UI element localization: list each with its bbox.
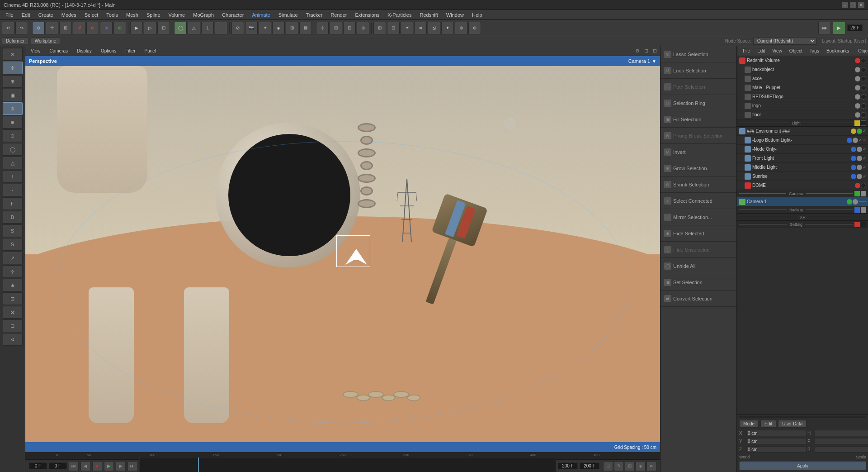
obj-row-dome[interactable]: DOME (737, 181, 868, 190)
tool-b12[interactable]: ↗ (3, 252, 23, 264)
sel-path[interactable]: — Path Selection (660, 79, 736, 95)
sel-loop[interactable]: ↺ Loop Selection (660, 62, 736, 79)
tool-b9[interactable]: B (3, 211, 23, 224)
toolbar-redo[interactable]: ↪ (15, 22, 28, 34)
toolbar-effector[interactable]: ⊠ (299, 22, 312, 34)
sel-convert[interactable]: ⇄ Convert Selection (660, 291, 736, 307)
tool-b16[interactable]: ⊠ (3, 306, 23, 319)
sel-invert[interactable]: ⊘ Invert (660, 144, 736, 160)
obj-row-rslogo[interactable]: REDSHIFTlogo (737, 92, 868, 101)
obj-row-male[interactable]: Male - Puppet (737, 83, 868, 92)
coord-y-input[interactable] (746, 438, 807, 444)
toolbar-light[interactable]: ☀ (259, 22, 271, 34)
coord-b-input[interactable] (815, 446, 868, 453)
close-button[interactable]: ✕ (858, 2, 864, 8)
transport-play-btn[interactable]: ▶ (104, 461, 114, 471)
obj-row-env[interactable]: ### Environment ### ✓ (737, 127, 868, 136)
toolbar-move[interactable]: ✛ (46, 22, 58, 34)
toolbar-poly-mode[interactable]: △ (188, 22, 200, 34)
maximize-button[interactable]: □ (850, 2, 856, 8)
menu-xparticles[interactable]: X-Particles (384, 11, 415, 19)
tool-b6[interactable]: ⊥ (3, 170, 23, 183)
menu-redshift[interactable]: Redshift (416, 11, 441, 19)
menu-file[interactable]: File (2, 11, 17, 19)
transport-prev-frame[interactable]: ◀ (80, 461, 90, 471)
obj-menu-object[interactable]: Object (788, 48, 804, 54)
toolbar-undo[interactable]: ↩ (2, 22, 14, 34)
vp-tab-cameras[interactable]: Cameras (46, 48, 72, 54)
obj-row-backobject[interactable]: backobject (737, 65, 868, 74)
tool-b3[interactable]: ⊖ (3, 129, 23, 142)
deformer-btn[interactable]: Deformer (2, 38, 29, 44)
tl-btn2[interactable]: ✎ (614, 461, 624, 471)
frame-current-input[interactable] (49, 462, 67, 469)
toolbar-attr4[interactable]: ⊲ (414, 22, 427, 34)
workplane-btn[interactable]: Workplane (31, 38, 61, 44)
toolbar-rotate[interactable]: ↺ (73, 22, 85, 34)
coord-h-input[interactable] (815, 430, 868, 436)
tool-paint[interactable]: ▣ (3, 89, 23, 101)
toolbar-deformer[interactable]: ⊞ (286, 22, 298, 34)
frame-end-display1[interactable] (558, 462, 578, 469)
tool-select[interactable]: ⊙ (3, 48, 23, 61)
camera-dropdown-icon[interactable]: ▼ (652, 59, 656, 64)
toolbar-render-vp[interactable]: ▷ (144, 22, 156, 34)
toolbar-camera[interactable]: 📷 (245, 22, 258, 34)
tool-brush[interactable]: ⊞ (3, 75, 23, 88)
toolbar-material[interactable]: ◈ (272, 22, 285, 34)
transport-next-frame[interactable]: ▶ (116, 461, 126, 471)
menu-simulate[interactable]: Simulate (275, 11, 302, 19)
obj-menu-view[interactable]: View (770, 48, 784, 54)
tool-move[interactable]: ✛ (3, 62, 23, 74)
menu-create[interactable]: Create (35, 11, 57, 19)
tool-b15[interactable]: ⊡ (3, 292, 23, 305)
toolbar-grid[interactable]: ⊞ (330, 22, 342, 34)
toolbar-attr3[interactable]: ☀ (401, 22, 413, 34)
toolbar-render[interactable]: ▶ (130, 22, 143, 34)
obj-row-rs-volume[interactable]: Redshift Volume (737, 56, 868, 65)
menu-animate[interactable]: Animate (248, 11, 274, 19)
sel-lasso[interactable]: ⊙ Lasso Selection (660, 46, 736, 62)
menu-extensions[interactable]: Extensions (351, 11, 383, 19)
menu-spline[interactable]: Spline (143, 11, 164, 19)
attr-tab-userdata[interactable]: User Data (778, 420, 807, 428)
obj-menu-file[interactable]: File (741, 48, 752, 54)
minimize-button[interactable]: ─ (842, 2, 848, 8)
obj-row-floor[interactable]: floor (737, 110, 868, 119)
tool-b14[interactable]: ⊞ (3, 279, 23, 291)
tool-b13[interactable]: ⊹ (3, 265, 23, 278)
tool-b1[interactable]: ⊗ (3, 102, 23, 115)
coord-x-input[interactable] (746, 430, 807, 436)
transport-play[interactable]: ▶ (833, 22, 845, 34)
menu-character[interactable]: Character (218, 11, 247, 19)
sel-ring[interactable]: ◎ Selection Ring (660, 95, 736, 111)
tool-b17[interactable]: ⊟ (3, 319, 23, 332)
toolbar-rotate-y[interactable]: ⊕ (100, 22, 113, 34)
vp-tab-filter[interactable]: Filter (122, 48, 139, 54)
menu-tools[interactable]: Tools (103, 11, 122, 19)
obj-row-nodeonly[interactable]: -Node Only- ✓ (737, 145, 868, 154)
frame-end-display2[interactable] (580, 462, 599, 469)
panel-resize-handle[interactable] (739, 416, 866, 418)
viewport-canvas[interactable]: Perspective Camera 1 ▼ (25, 56, 660, 452)
menu-volume[interactable]: Volume (165, 11, 189, 19)
menu-mograph[interactable]: MoGraph (189, 11, 217, 19)
vp-tab-options[interactable]: Options (97, 48, 120, 54)
menu-mesh[interactable]: Mesh (123, 11, 142, 19)
frame-start-input[interactable] (29, 462, 47, 469)
obj-row-logobottom[interactable]: -Logo Bottom Light- ✓ ✕ (737, 136, 868, 145)
sel-set[interactable]: ◼ Set Selection (660, 274, 736, 291)
toolbar-point-mode[interactable]: · (215, 22, 227, 34)
sel-shrink[interactable]: ⊖ Shrink Selection (660, 176, 736, 193)
tool-b2[interactable]: ⊕ (3, 116, 23, 129)
toolbar-workplane[interactable]: ⊟ (343, 22, 356, 34)
menu-window[interactable]: Window (443, 11, 467, 19)
tool-b18[interactable]: ⊲ (3, 333, 23, 346)
coord-z-input[interactable] (746, 446, 807, 453)
toolbar-rotate-x[interactable]: ⊕ (86, 22, 99, 34)
tool-b11[interactable]: S (3, 238, 23, 251)
vp-tab-display[interactable]: Display (73, 48, 95, 54)
coord-p-input[interactable] (815, 438, 868, 444)
timeline-track[interactable] (139, 457, 556, 472)
sel-unhide[interactable]: ◯ Unhide All (660, 258, 736, 274)
